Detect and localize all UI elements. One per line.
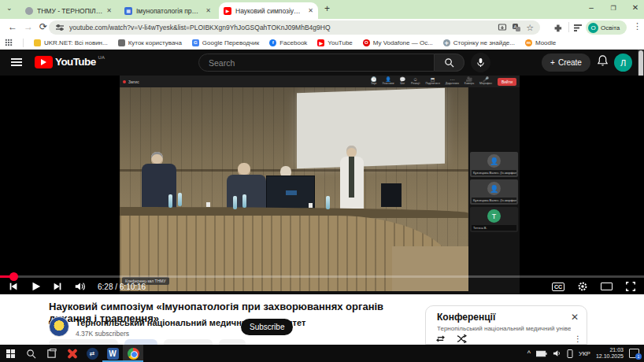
profile-chip[interactable]: О Освіта [586, 20, 627, 35]
video-player[interactable]: Запис 🕑Звук 👤Учасники 💬Чат ☺Реакції ⬒Под… [0, 76, 644, 294]
phone-icon[interactable] [567, 349, 573, 358]
task-view-icon[interactable] [41, 345, 61, 362]
notifications-bell-icon[interactable] [597, 54, 609, 67]
youtube-logo[interactable]: YouTube UA [35, 56, 105, 68]
reload-button[interactable]: ⟳ [39, 21, 47, 32]
bookmark-label: Куток користувача [128, 39, 182, 46]
hamburger-menu-icon[interactable] [11, 58, 22, 66]
tab-youtube-active[interactable]: ▶ Науковий симпозіум «Імуно ✕ [219, 2, 318, 19]
window-maximize-button[interactable]: ❐ [608, 5, 619, 12]
bookmark-star-icon[interactable]: ☆ [526, 24, 534, 31]
tab-favicon [25, 7, 33, 15]
bookmark-notfound[interactable]: ✛Сторінку не знайде... [443, 39, 515, 46]
word-icon[interactable]: W [102, 345, 123, 362]
red-app-icon[interactable] [61, 345, 82, 362]
participant-name: Кузнецова Вален. (Ін-морфол... [472, 170, 516, 175]
chrome-icon[interactable] [123, 345, 143, 362]
language-indicator[interactable]: УКР [579, 350, 590, 357]
bookmark-vodafone[interactable]: OMy Vodafone — Ос... [363, 39, 433, 46]
system-tray: ^ УКР 21:03 12.10.2025 1 [527, 347, 644, 360]
participant-name: Кузнецова Вален. (Ін-морфол... [472, 198, 516, 203]
browser-menu-icon[interactable]: ⋮ [633, 21, 642, 31]
participant-avatar-initial: T [487, 209, 501, 223]
bookmark-youtube[interactable]: ▶YouTube [317, 39, 352, 46]
settings-gear-icon[interactable] [577, 281, 588, 292]
zoom-chat-button: 💬Чат [400, 78, 406, 85]
address-bar[interactable]: youtube.com/watch?v=V-li4wTyesk&list=PLO… [49, 20, 540, 35]
tab-tnmu[interactable]: ТНМУ - ТЕРНОПІЛЬСЬКИЙ НА ✕ [20, 2, 117, 19]
teamviewer-icon[interactable]: ⇄ [82, 345, 102, 362]
bookmark-gtranslate[interactable]: GGoogle Переводчик [192, 39, 259, 46]
window-minimize-button[interactable]: – [586, 3, 597, 12]
search-input[interactable]: Search [198, 54, 435, 72]
clock[interactable]: 21:03 12.10.2025 [596, 347, 624, 360]
playlist-close-icon[interactable]: ✕ [571, 312, 579, 323]
tab-close-icon[interactable]: ✕ [308, 7, 313, 14]
participant-avatar-icon: 👤 [487, 154, 501, 168]
vodafone-icon: O [363, 39, 370, 46]
facebook-icon: f [269, 39, 276, 46]
battery-icon[interactable] [536, 350, 547, 357]
start-button[interactable] [0, 345, 20, 362]
theater-mode-button[interactable] [601, 283, 613, 290]
bookmark-ukrnet[interactable]: UKR.NET: Всі новин... [34, 39, 108, 46]
desktop-screen: ⌄ ТНМУ - ТЕРНОПІЛЬСЬКИЙ НА ✕ ▦ Імунопато… [0, 0, 644, 362]
playlist-channel: Тернопільський національний медичний уні… [437, 325, 571, 332]
next-button[interactable] [52, 281, 63, 292]
tab-close-icon[interactable]: ✕ [106, 7, 112, 14]
speaker-icon[interactable] [553, 349, 561, 357]
zoom-meeting-toolbar: Запис 🕑Звук 👤Учасники 💬Чат ☺Реакції ⬒Под… [120, 76, 520, 87]
user-avatar[interactable]: Л [614, 54, 632, 72]
tab-search-chevron-icon[interactable]: ⌄ [6, 4, 13, 12]
loop-icon[interactable] [435, 334, 446, 343]
subscribe-button[interactable]: Subscribe [241, 319, 293, 335]
bookmark-kutok[interactable]: Куток користувача [118, 39, 182, 46]
create-button[interactable]: + Create [542, 54, 590, 72]
zoom-leave-button: Вийти [498, 78, 516, 86]
bookmark-favicon [118, 39, 125, 46]
bookmark-label: Сторінку не знайде... [453, 39, 515, 46]
previous-button[interactable] [8, 281, 19, 292]
media-controls-icon[interactable] [573, 23, 583, 32]
extensions-puzzle-icon[interactable] [553, 23, 562, 32]
play-button[interactable] [30, 281, 41, 292]
bookmark-facebook[interactable]: fFacebook [269, 39, 307, 46]
forward-button[interactable]: → [24, 21, 33, 32]
bookmark-moodle[interactable]: mMoodle [525, 39, 556, 46]
taskbar-search-icon[interactable] [20, 345, 41, 362]
youtube-wordmark: YouTube [55, 56, 96, 68]
paper-cup [309, 203, 313, 208]
fullscreen-button[interactable] [625, 281, 636, 292]
mic-icon [476, 57, 485, 68]
notifications-icon[interactable]: 1 [629, 349, 639, 358]
recording-label: Запис [128, 79, 139, 84]
moodle-icon: m [525, 39, 532, 46]
tray-chevron-icon[interactable]: ^ [527, 349, 531, 357]
profile-avatar: О [588, 23, 598, 33]
shuffle-icon[interactable] [457, 334, 467, 343]
progress-bar-track[interactable] [0, 275, 644, 278]
bookmark-label: Moodle [535, 39, 556, 46]
create-label: Create [558, 58, 582, 67]
playlist-menu-icon[interactable]: ⋮ [574, 334, 582, 343]
tab-title: Імунопатологія при захворю [136, 7, 202, 15]
channel-avatar[interactable] [49, 316, 69, 337]
search-button[interactable] [435, 54, 464, 72]
playlist-title: Конференції [437, 312, 495, 323]
participant-tile: 👤 Кузнецова Вален. (Ін-морфол... [470, 179, 518, 205]
volume-icon[interactable] [74, 281, 87, 292]
tab-imunopatologia[interactable]: ▦ Імунопатологія при захворю ✕ [120, 2, 216, 19]
browser-tab-strip: ⌄ ТНМУ - ТЕРНОПІЛЬСЬКИЙ НА ✕ ▦ Імунопато… [0, 0, 644, 19]
site-info-icon[interactable] [55, 23, 65, 32]
tab-close-icon[interactable]: ✕ [205, 7, 211, 14]
apps-grid-icon[interactable] [5, 39, 13, 46]
tray-time: 21:03 [596, 347, 624, 353]
new-tab-button[interactable]: + [324, 3, 330, 14]
save-to-device-icon[interactable] [498, 23, 507, 32]
tab-favicon: ▦ [124, 7, 132, 15]
voice-search-button[interactable] [471, 53, 490, 72]
translate-icon[interactable]: A [512, 23, 521, 32]
subtitles-button[interactable]: CC [552, 283, 564, 291]
back-button[interactable]: ← [8, 21, 17, 32]
window-close-button[interactable]: ✕ [630, 3, 641, 12]
